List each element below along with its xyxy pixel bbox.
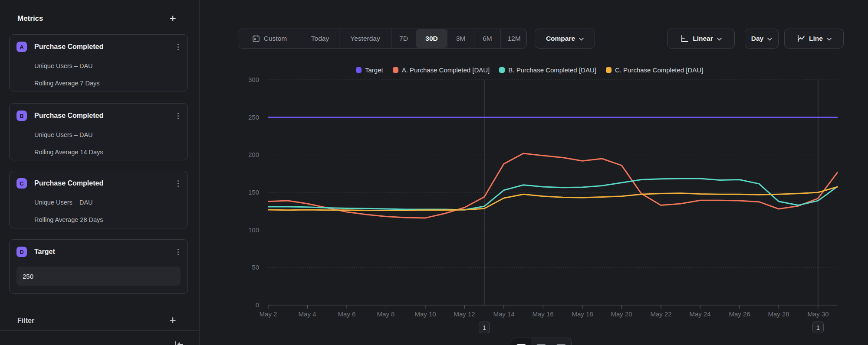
legend-label: B. Purchase Completed [DAU] — [508, 66, 596, 74]
x-axis-tick-label: May 6 — [327, 310, 366, 318]
chevron-down-icon — [717, 38, 722, 41]
legend-item[interactable]: C. Purchase Completed [DAU] — [606, 66, 703, 74]
chart-panel-toggle-2[interactable] — [531, 338, 551, 345]
metric-badge-a: A — [16, 42, 27, 52]
x-axis-tick-label: May 2 — [249, 310, 288, 318]
add-metric-button[interactable]: + — [168, 13, 178, 24]
annotation-badge[interactable]: 1 — [812, 322, 824, 333]
metrics-sidebar: Metrics + A Purchase Completed Unique Us… — [0, 0, 200, 345]
target-value-input[interactable] — [16, 267, 181, 286]
kebab-menu-icon[interactable] — [177, 248, 180, 256]
range-30d[interactable]: 30D — [416, 29, 447, 48]
legend-label: A. Purchase Completed [DAU] — [402, 66, 490, 74]
metric-transform: Rolling Average 14 Days — [34, 149, 181, 156]
metric-badge-d: D — [16, 247, 27, 257]
x-axis-tick-label: May 10 — [406, 310, 445, 318]
metric-badge-c: C — [16, 178, 27, 189]
y-axis-tick-label: 200 — [229, 151, 259, 158]
y-axis-tick-label: 300 — [229, 76, 259, 83]
line-chart-icon — [796, 34, 805, 43]
metric-badge-b: B — [16, 111, 27, 121]
x-axis-tick-label: May 24 — [681, 310, 720, 318]
x-axis-tick-label: May 30 — [799, 310, 838, 318]
chart-panel-toggle-1[interactable] — [511, 338, 531, 345]
chevron-down-icon — [767, 38, 772, 41]
target-title: Target — [34, 248, 55, 256]
collapse-sidebar-icon[interactable] — [174, 339, 185, 345]
legend-label: C. Purchase Completed [DAU] — [615, 66, 703, 74]
metric-transform: Rolling Average 7 Days — [34, 80, 181, 87]
metric-transform: Rolling Average 28 Days — [34, 216, 181, 223]
y-axis-tick-label: 50 — [229, 264, 259, 271]
range-yesterday[interactable]: Yesterday — [339, 29, 391, 48]
x-axis-tick-label: May 28 — [759, 310, 798, 318]
chart-legend: TargetA. Purchase Completed [DAU]B. Purc… — [356, 66, 703, 74]
range-custom[interactable]: Custom — [238, 29, 301, 48]
x-axis-tick-label: May 4 — [288, 310, 327, 318]
legend-swatch — [606, 67, 612, 73]
x-axis-tick-label: May 22 — [641, 310, 681, 318]
x-axis-tick-label: May 16 — [523, 310, 562, 318]
x-axis-tick-label: May 14 — [484, 310, 523, 318]
kebab-menu-icon[interactable] — [177, 112, 180, 120]
compare-button[interactable]: Compare — [535, 29, 595, 49]
metric-card-b[interactable]: B Purchase Completed Unique Users – DAU … — [9, 103, 188, 160]
legend-item[interactable]: A. Purchase Completed [DAU] — [393, 66, 490, 74]
sidebar-title: Metrics — [17, 14, 43, 23]
y-axis-tick-label: 100 — [229, 226, 259, 234]
interval-selector-button[interactable]: Day — [745, 29, 779, 49]
legend-swatch — [499, 67, 505, 73]
chevron-down-icon — [827, 38, 832, 41]
range-12m[interactable]: 12M — [500, 29, 527, 48]
x-axis-tick-label: May 8 — [366, 310, 405, 318]
x-axis-tick-label: May 12 — [445, 310, 484, 318]
y-axis-tick-label: 250 — [229, 114, 259, 121]
legend-label: Target — [365, 66, 383, 74]
y-axis-tick-label: 0 — [229, 301, 259, 309]
annotation-badge[interactable]: 1 — [479, 322, 490, 333]
chart-type-selector-button[interactable]: Line — [784, 29, 844, 49]
line-chart-plot[interactable] — [268, 78, 838, 310]
x-axis-tick-label: May 18 — [563, 310, 602, 318]
chart-display-segmented-control — [511, 338, 572, 345]
metric-card-a[interactable]: A Purchase Completed Unique Users – DAU … — [9, 34, 188, 91]
kebab-menu-icon[interactable] — [177, 43, 180, 51]
legend-swatch — [393, 67, 398, 73]
calendar-icon — [252, 35, 260, 42]
metric-card-c[interactable]: C Purchase Completed Unique Users – DAU … — [9, 171, 188, 228]
metric-measure: Unique Users – DAU — [34, 62, 181, 69]
range-today[interactable]: Today — [301, 29, 339, 48]
date-range-segmented-control: Custom Today Yesterday 7D 30D 3M 6M 12M — [238, 29, 527, 49]
range-6m[interactable]: 6M — [474, 29, 500, 48]
legend-item[interactable]: B. Purchase Completed [DAU] — [499, 66, 596, 74]
y-axis-tick-label: 150 — [229, 189, 259, 196]
metrics-dashboard: { "sidebar": { "title": "Metrics", "metr… — [0, 0, 868, 345]
range-7d[interactable]: 7D — [391, 29, 416, 48]
kebab-menu-icon[interactable] — [177, 179, 180, 188]
chevron-down-icon — [579, 38, 584, 41]
scale-selector-button[interactable]: Linear — [667, 29, 735, 49]
target-card[interactable]: D Target — [9, 239, 188, 294]
metric-measure: Unique Users – DAU — [34, 199, 181, 206]
x-axis-tick-label: May 26 — [720, 310, 759, 318]
range-3m[interactable]: 3M — [447, 29, 474, 48]
legend-swatch — [356, 67, 362, 73]
chart-panel-toggle-3[interactable] — [551, 338, 571, 345]
legend-item[interactable]: Target — [356, 66, 383, 74]
metric-title: Purchase Completed — [34, 112, 103, 120]
sidebar-divider — [0, 330, 200, 331]
metric-measure: Unique Users – DAU — [34, 131, 181, 138]
metric-title: Purchase Completed — [34, 43, 103, 51]
filter-section-title: Filter — [17, 317, 34, 325]
x-axis-tick-label: May 20 — [602, 310, 641, 318]
metric-title: Purchase Completed — [34, 179, 103, 187]
linear-axis-icon — [680, 34, 689, 43]
add-filter-button[interactable]: + — [168, 315, 178, 325]
